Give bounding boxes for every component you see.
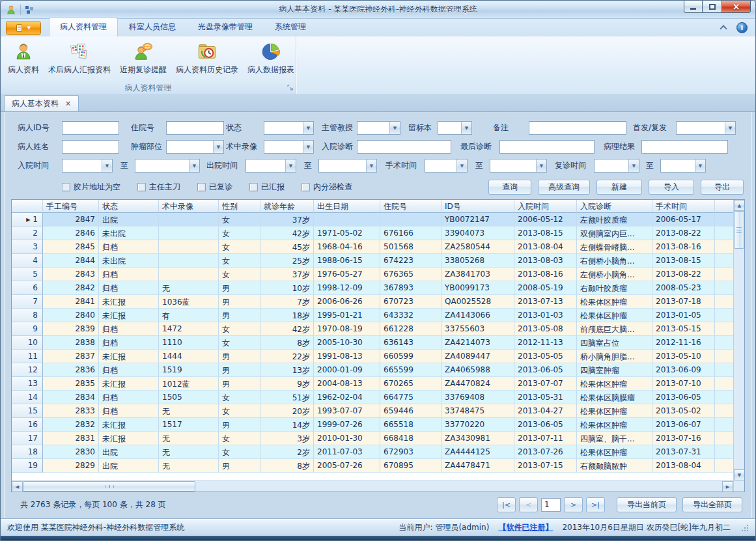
surgery-date-from-filter[interactable]: ▼ (425, 159, 468, 173)
row-header[interactable]: 5 (12, 268, 43, 281)
column-header-admission-no[interactable]: 住院号 (380, 200, 441, 213)
admission-date-to-filter-dropdown-icon[interactable]: ▼ (189, 160, 199, 172)
hscroll-thumb[interactable] (23, 481, 195, 492)
scroll-up-icon[interactable]: ▲ (734, 200, 745, 211)
column-header-surgery-date[interactable]: 手术时间 (652, 200, 715, 213)
column-header-status[interactable]: 状态 (99, 200, 159, 213)
reported-checkbox[interactable]: 已汇报 (249, 182, 285, 193)
tumor-site-filter[interactable]: ▼ (166, 140, 224, 154)
row-header[interactable]: 17 (12, 432, 43, 445)
discharge-date-from-filter-dropdown-icon[interactable]: ▼ (285, 160, 296, 172)
specimen-filter-dropdown-icon[interactable]: ▼ (461, 122, 471, 134)
admission-no-filter[interactable] (166, 121, 224, 135)
ribbon-button-postop-report[interactable]: 术后病人汇报资料 (44, 38, 115, 82)
resize-grip[interactable] (741, 524, 749, 532)
next-page-button[interactable]: > (564, 497, 583, 512)
doc-tab-patient-basic-info[interactable]: 病人基本资料 ✕ (4, 95, 79, 111)
vscroll-thumb[interactable] (734, 211, 744, 249)
table-row[interactable]: 62842归档无男10岁1998-12-09367893YB0099173200… (12, 281, 733, 295)
surgery-date-to-filter-dropdown-icon[interactable]: ▼ (536, 160, 546, 172)
column-header-age[interactable]: 就诊年龄 (260, 200, 314, 213)
import-button[interactable]: 导入 (649, 180, 694, 195)
reported-checkbox-box[interactable] (249, 183, 258, 191)
row-header[interactable]: 10 (12, 336, 43, 350)
revisited-checkbox[interactable]: 已复诊 (197, 182, 232, 193)
row-header[interactable]: ▶1 (12, 213, 43, 227)
table-row[interactable]: 72841未汇报1036蓝男7岁2006-06-26670723QA002552… (12, 295, 733, 309)
row-header[interactable]: 16 (12, 418, 43, 432)
row-header[interactable]: 8 (12, 309, 43, 322)
table-row[interactable]: 192829出院无男8岁2005-07-26670895ZA4478471201… (12, 459, 733, 473)
table-row[interactable]: 152833归档无女20岁1993-07-0765944633748475201… (12, 404, 733, 418)
ribbon-button-patient-data[interactable]: 病人资料 (3, 38, 44, 82)
vertical-scrollbar[interactable]: ▲ ▼ (733, 200, 744, 492)
table-row[interactable]: 92839归档1472女42岁1970-08-19661228337556032… (12, 322, 733, 336)
row-header[interactable]: 7 (12, 295, 43, 309)
column-header-manual-no[interactable]: 手工编号 (43, 200, 99, 213)
status-filter-dropdown-icon[interactable]: ▼ (303, 122, 313, 134)
table-row[interactable]: 82840未汇报有男18岁1995-01-21643332ZA414306620… (12, 309, 733, 322)
app-menu-button[interactable]: ▼ (6, 21, 41, 35)
discharge-date-to-filter[interactable]: ▼ (318, 159, 377, 173)
final-diagnosis-filter[interactable] (499, 140, 595, 154)
ribbon-tab-system-mgmt[interactable]: 系统管理 (264, 18, 317, 36)
export-current-page-button[interactable]: 导出当前页 (617, 497, 677, 512)
table-row[interactable]: 172831未汇报无女3岁2010-01-30668418ZA343098120… (12, 432, 733, 445)
table-row[interactable]: ▶12847出院女37岁YB00721472006-05-12左额叶胶质瘤200… (12, 213, 733, 227)
dialog-launcher-icon[interactable] (287, 85, 293, 90)
hscroll-track[interactable] (195, 481, 722, 492)
discharge-date-from-filter[interactable]: ▼ (245, 159, 296, 173)
row-header[interactable]: 2 (12, 227, 43, 240)
row-header[interactable]: 4 (12, 254, 43, 268)
surgery-video-filter[interactable]: ▼ (264, 140, 314, 154)
horizontal-scrollbar[interactable]: ◀ ▶ (12, 480, 733, 492)
table-row[interactable]: 42844未出院女25岁1988-06-15674223338052682013… (12, 254, 733, 268)
surgery-date-to-filter[interactable]: ▼ (490, 159, 547, 173)
row-header[interactable]: 18 (12, 445, 43, 459)
column-header-id-no[interactable]: ID号 (441, 200, 514, 213)
new-button[interactable]: 新建 (596, 180, 642, 195)
row-header[interactable]: 14 (12, 391, 43, 404)
table-row[interactable]: 162832未汇报1517男14岁1999-07-266655183377022… (12, 418, 733, 432)
table-row[interactable]: 102838归档1110女8岁2005-10-30636143ZA4214073… (12, 336, 733, 350)
director-surgeon-checkbox[interactable]: 主任主刀 (137, 182, 180, 193)
query-button[interactable]: 查询 (488, 180, 531, 195)
minimize-button[interactable] (684, 1, 703, 13)
prev-page-button[interactable]: < (519, 497, 538, 512)
revisited-checkbox-box[interactable] (197, 183, 206, 191)
table-row[interactable]: 22846未出院女42岁1971-05-02676166339040732013… (12, 227, 733, 240)
vscroll-track[interactable] (734, 249, 744, 469)
last-page-button[interactable]: >| (586, 497, 605, 512)
table-row[interactable]: 132835未汇报1012蓝男9岁2004-08-13670265ZA44708… (12, 377, 733, 391)
admission-date-to-filter[interactable]: ▼ (135, 159, 200, 173)
ribbon-tab-dept-staff-info[interactable]: 科室人员信息 (118, 18, 187, 36)
software-registered-link[interactable]: 【软件已注册】 (498, 522, 553, 533)
column-header-rowhead[interactable] (12, 200, 43, 213)
endocrine-exam-checkbox[interactable]: 内分泌检查 (301, 182, 352, 193)
revisit-date-to-filter-dropdown-icon[interactable]: ▼ (695, 160, 705, 172)
surgery-video-filter-dropdown-icon[interactable]: ▼ (303, 141, 313, 153)
ribbon-button-history-record[interactable]: 病人资料历史记录 (171, 38, 243, 82)
row-header[interactable]: 15 (12, 404, 43, 418)
endocrine-exam-checkbox-box[interactable] (301, 183, 310, 191)
patient-name-filter[interactable] (62, 140, 119, 154)
scroll-right-icon[interactable]: ▶ (722, 481, 733, 492)
row-header[interactable]: 6 (12, 281, 43, 295)
column-header-admission-date[interactable]: 入院时间 (514, 200, 577, 213)
revisit-date-to-filter[interactable]: ▼ (660, 159, 706, 173)
row-header[interactable]: 11 (12, 350, 43, 363)
row-header[interactable]: 19 (12, 459, 43, 473)
revisit-date-from-filter-dropdown-icon[interactable]: ▼ (628, 160, 639, 172)
doc-tab-close-icon[interactable]: ✕ (65, 100, 71, 107)
admission-date-from-filter-dropdown-icon[interactable]: ▼ (102, 160, 112, 172)
table-row[interactable]: 122836归档1519男13岁2000-01-09665599ZA406598… (12, 363, 733, 377)
chief-professor-filter-dropdown-icon[interactable]: ▼ (389, 122, 400, 134)
ribbon-button-revisit-reminder[interactable]: 近期复诊提醒 (115, 38, 171, 82)
table-row[interactable]: 32845归档女45岁1968-04-16501568ZA25805442013… (12, 240, 733, 254)
export-all-pages-button[interactable]: 导出全部页 (682, 497, 742, 512)
close-button[interactable]: × (721, 1, 751, 13)
column-header-admission-diagnosis[interactable]: 入院诊断 (577, 200, 652, 213)
pathology-result-filter[interactable] (641, 140, 728, 154)
ribbon-tab-patient-data-mgmt[interactable]: 病人资料管理 (49, 18, 118, 36)
row-header[interactable]: 9 (12, 322, 43, 336)
